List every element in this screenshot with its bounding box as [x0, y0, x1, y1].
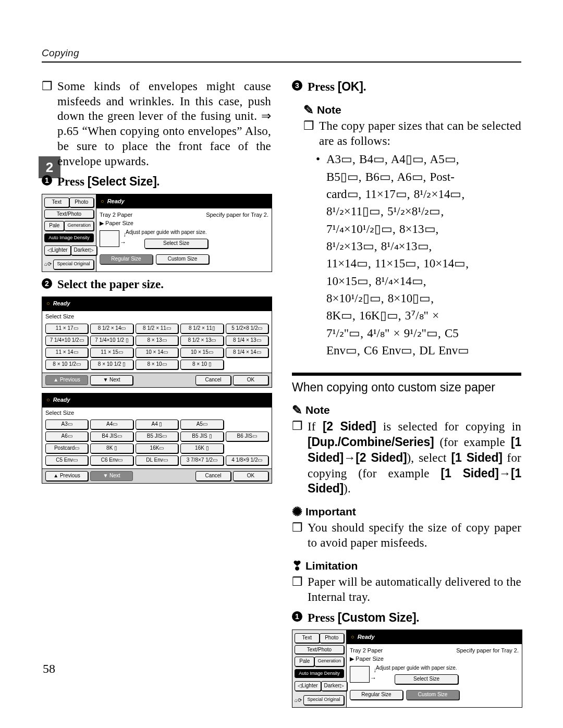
btn-special-original-2[interactable]: Special Original: [303, 695, 344, 705]
btn-photo[interactable]: Photo: [69, 198, 94, 207]
tray-illustration-icon-2: [350, 666, 370, 683]
btn-generation-2[interactable]: Generation: [314, 657, 344, 667]
btn-select-size-main[interactable]: Select Size: [144, 239, 208, 249]
size-option[interactable]: Postcard▭: [45, 443, 88, 453]
lcd-panel-size-list-metric: Ready Select Size A3▭A4▭A4 ▯A5▭A6▭B4 JIS…: [42, 393, 272, 484]
size-option[interactable]: 7 1/4×10 1/2 ▯: [90, 336, 133, 346]
note-label: Note: [317, 103, 341, 117]
btn-text-photo[interactable]: Text/Photo: [44, 209, 94, 218]
size-option[interactable]: 8 1/2 × 11▭: [136, 324, 178, 334]
step-press-ok: 3 Press [OK].: [292, 79, 521, 95]
specify-paper-label: Specify paper for Tray 2.: [206, 212, 268, 219]
btn-lighter[interactable]: ◁Lighter: [44, 245, 71, 255]
btn-pale[interactable]: Pale: [44, 221, 64, 231]
paper-size-list: A3▭, B4▭, A4▯▭, A5▭,B5▯▭, B6▭, A6▭, Post…: [303, 151, 521, 359]
btn-auto-image-density-2[interactable]: Auto Image Density: [295, 669, 344, 678]
btn-photo-2[interactable]: Photo: [320, 633, 345, 643]
size-option[interactable]: 8 1/2 × 14▭: [90, 324, 133, 334]
adjust-hint-2: Adjust paper guide with paper size.: [376, 665, 519, 672]
size-option[interactable]: 16K ▯: [180, 443, 223, 453]
pencil-note-icon-2: ✎: [292, 404, 302, 416]
size-option[interactable]: A4▭: [90, 419, 133, 429]
specify-paper-label-2: Specify paper for Tray 2.: [456, 647, 519, 655]
ready-bar-2: Ready: [42, 297, 272, 311]
size-option[interactable]: 8 1/4 × 13▭: [226, 336, 268, 346]
btn-darker-2[interactable]: Darker▷: [321, 681, 347, 691]
envelope-note: Some kinds of envelopes might cause misf…: [42, 79, 271, 169]
size-option[interactable]: 8 × 10▭: [136, 360, 178, 369]
size-option[interactable]: 3 7/8×7 1/2▭: [180, 455, 223, 465]
size-option[interactable]: 8 × 10 1/2 ▯: [90, 360, 133, 369]
btn-regular-size[interactable]: Regular Size: [100, 254, 153, 264]
section-rule: [292, 373, 521, 376]
size-option[interactable]: 8 1/2 × 11▯: [180, 324, 223, 334]
size-option[interactable]: 16K▭: [136, 443, 178, 453]
step-number-1-icon: 1: [42, 175, 52, 186]
size-option[interactable]: 8 × 13▭: [136, 336, 178, 346]
size-option[interactable]: 8K ▯: [90, 443, 133, 453]
size-option[interactable]: 8 1/4 × 14▭: [226, 348, 268, 357]
size-option[interactable]: 8 × 10 ▯: [180, 360, 223, 369]
btn-cancel[interactable]: Cancel: [195, 375, 231, 385]
step3-prefix: Press: [308, 80, 338, 93]
btn-custom-size[interactable]: Custom Size: [156, 254, 209, 264]
important-text: You should specify the size of copy pape…: [292, 521, 521, 551]
size-option[interactable]: A6▭: [45, 431, 88, 441]
btn-lighter-2[interactable]: ◁Lighter: [295, 681, 321, 691]
recall-icon: ⌂⟳: [44, 261, 52, 268]
btn-pale-2[interactable]: Pale: [295, 657, 314, 667]
btn-custom-size-2[interactable]: Custom Size: [406, 690, 459, 700]
size-option[interactable]: 11 × 14▭: [45, 348, 88, 357]
size-option[interactable]: 5 1/2×8 1/2▭: [226, 324, 268, 334]
size-option[interactable]: 8 1/2 × 13▭: [180, 336, 223, 346]
tray2-paper-label-2: Tray 2 Paper: [350, 647, 383, 655]
limitation-icon: ❣: [292, 560, 302, 572]
lcd-panel-size-list-inch: Ready Select Size 11 × 17▭8 1/2 × 14▭8 1…: [42, 297, 272, 388]
btn-text-2[interactable]: Text: [295, 633, 320, 643]
step-press-custom-size: 1 Press [Custom Size].: [292, 610, 521, 626]
size-option[interactable]: 11 × 15▭: [90, 348, 133, 357]
size-option[interactable]: B5 JIS▭: [136, 431, 178, 441]
btn-previous[interactable]: ▲ Previous: [45, 471, 88, 481]
size-option[interactable]: 10 × 15▭: [180, 348, 223, 357]
tray2-paper-label: Tray 2 Paper: [100, 212, 132, 219]
size-option[interactable]: DL Env▭: [136, 455, 178, 465]
btn-special-original[interactable]: Special Original: [53, 260, 94, 269]
limitation-text: Paper will be automatically delivered to…: [292, 575, 521, 605]
btn-next[interactable]: ▼ Next: [90, 375, 133, 385]
size-option[interactable]: 11 × 17▭: [45, 324, 88, 334]
size-option[interactable]: A3▭: [45, 419, 88, 429]
size-grid-metric: A3▭A4▭A4 ▯A5▭A6▭B4 JIS▭B5 JIS▭B5 JIS ▯B6…: [42, 416, 272, 468]
note-heading-2: ✎ Note: [292, 403, 521, 417]
size-option[interactable]: A5▭: [180, 419, 223, 429]
btn-darker[interactable]: Darker▷: [71, 245, 97, 255]
btn-select-size-main-2[interactable]: Select Size: [395, 674, 458, 684]
btn-ok[interactable]: OK: [233, 375, 268, 385]
size-option[interactable]: B4 JIS▭: [90, 431, 133, 441]
size-option[interactable]: 10 × 14▭: [136, 348, 178, 357]
important-heading: ✺ Important: [292, 505, 521, 519]
btn-cancel-2[interactable]: Cancel: [195, 471, 231, 481]
step3-suffix: .: [363, 80, 366, 93]
step-press-select-size: 1 Press [Select Size].: [42, 174, 271, 190]
size-option[interactable]: A4 ▯: [136, 419, 178, 429]
step2-text: Select the paper size.: [57, 278, 164, 291]
btn-regular-size-2[interactable]: Regular Size: [350, 690, 403, 700]
size-option[interactable]: 8 × 10 1/2▭: [45, 360, 88, 369]
step1-prefix: Press: [57, 175, 88, 188]
size-option[interactable]: C6 Env▭: [90, 455, 133, 465]
btn-text-photo-2[interactable]: Text/Photo: [295, 645, 344, 654]
running-header: Copying: [42, 47, 521, 59]
size-option[interactable]: 7 1/4×10 1/2▭: [45, 336, 88, 346]
btn-auto-image-density[interactable]: Auto Image Density: [44, 233, 94, 242]
size-option[interactable]: B6 JIS▭: [226, 431, 268, 441]
size-option[interactable]: 4 1/8×9 1/2▭: [226, 455, 268, 465]
size-option[interactable]: B5 JIS ▯: [180, 431, 223, 441]
btn-ok-2[interactable]: OK: [233, 471, 268, 481]
step1b-suffix: .: [416, 611, 419, 624]
size-option[interactable]: C5 Env▭: [45, 455, 88, 465]
custom-size-heading: When copying onto custom size paper: [292, 380, 521, 395]
btn-generation[interactable]: Generation: [64, 221, 94, 231]
btn-text[interactable]: Text: [44, 198, 69, 207]
limitation-label: Limitation: [305, 559, 358, 573]
